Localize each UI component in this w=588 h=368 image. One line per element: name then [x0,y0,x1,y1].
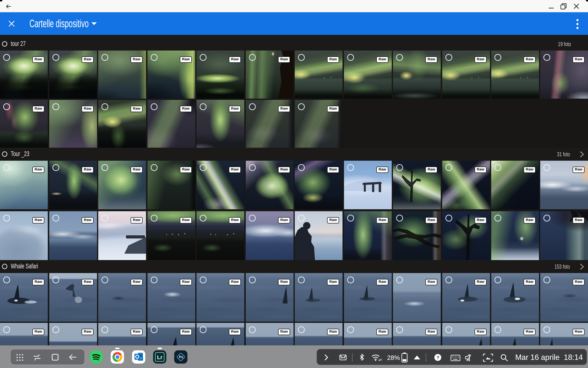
svg-text:Lr: Lr [157,354,162,360]
svg-text:Ps: Ps [179,355,183,359]
svg-text:?: ? [437,355,440,360]
